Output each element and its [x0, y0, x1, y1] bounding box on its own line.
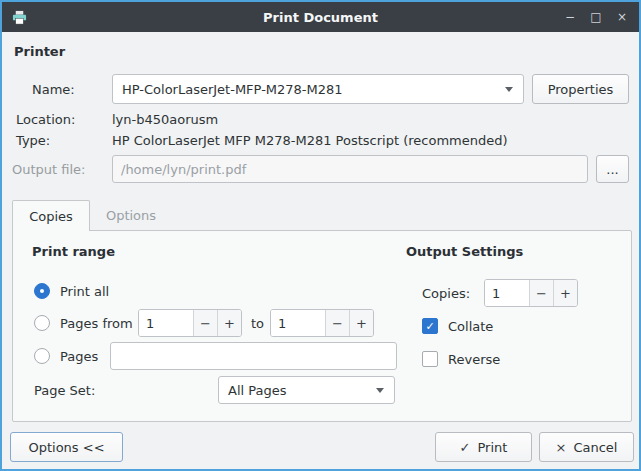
window-title: Print Document — [2, 10, 639, 25]
maximize-icon[interactable]: □ — [583, 5, 609, 29]
pages-from-radio[interactable] — [34, 315, 50, 331]
tab-options[interactable]: Options — [92, 200, 170, 231]
location-value: lyn-b450aorusm — [112, 112, 218, 127]
location-label: Location: — [16, 112, 75, 127]
pages-to-value[interactable]: 1 — [271, 310, 325, 336]
name-label: Name: — [32, 82, 75, 97]
pages-from-label[interactable]: Pages from — [60, 316, 133, 331]
plus-icon[interactable]: + — [553, 280, 577, 306]
output-file-input[interactable]: /home/lyn/print.pdf — [112, 155, 588, 183]
copies-value[interactable]: 1 — [485, 280, 529, 306]
cancel-button[interactable]: × Cancel — [539, 432, 634, 462]
options-toggle-button[interactable]: Options << — [10, 432, 123, 462]
copies-label: Copies: — [422, 286, 470, 301]
print-all-radio[interactable] — [34, 283, 50, 299]
print-all-label[interactable]: Print all — [60, 284, 109, 299]
minimize-icon[interactable]: − — [557, 5, 583, 29]
pages-input[interactable] — [110, 342, 397, 370]
close-icon[interactable]: × — [609, 5, 635, 29]
printer-icon — [10, 8, 28, 26]
plus-icon[interactable]: + — [349, 310, 373, 336]
output-file-label: Output file: — [12, 162, 85, 177]
print-dialog-window: Print Document − □ × Printer Name: HP-Co… — [0, 0, 641, 471]
output-settings-heading: Output Settings — [406, 244, 523, 259]
close-icon: × — [556, 440, 567, 455]
pages-from-value[interactable]: 1 — [139, 310, 193, 336]
print-button[interactable]: ✓ Print — [435, 432, 532, 462]
pages-to-stepper[interactable]: 1 − + — [270, 309, 374, 337]
page-set-label: Page Set: — [34, 383, 95, 398]
browse-button[interactable]: ... — [596, 155, 629, 183]
printer-name-value: HP-ColorLaserJet-MFP-M278-M281 — [122, 82, 343, 97]
reverse-label[interactable]: Reverse — [448, 352, 500, 367]
chevron-down-icon — [376, 388, 384, 393]
pages-from-stepper[interactable]: 1 − + — [138, 309, 242, 337]
pages-label[interactable]: Pages — [60, 349, 98, 364]
minus-icon[interactable]: − — [193, 310, 217, 336]
type-value: HP ColorLaserJet MFP M278-M281 Postscrip… — [112, 133, 508, 148]
reverse-checkbox[interactable] — [422, 351, 438, 367]
plus-icon[interactable]: + — [217, 310, 241, 336]
page-set-value: All Pages — [228, 383, 287, 398]
print-range-heading: Print range — [32, 244, 115, 259]
minus-icon[interactable]: − — [529, 280, 553, 306]
pages-radio[interactable] — [34, 348, 50, 364]
tab-copies[interactable]: Copies — [12, 200, 90, 231]
printer-name-select[interactable]: HP-ColorLaserJet-MFP-M278-M281 — [112, 74, 524, 104]
printer-heading: Printer — [14, 44, 65, 59]
check-icon: ✓ — [425, 320, 434, 333]
minus-icon[interactable]: − — [325, 310, 349, 336]
chevron-down-icon — [505, 87, 513, 92]
check-icon: ✓ — [460, 440, 471, 455]
collate-checkbox[interactable]: ✓ — [422, 318, 438, 334]
copies-stepper[interactable]: 1 − + — [484, 279, 578, 307]
collate-label[interactable]: Collate — [448, 319, 493, 334]
page-set-select[interactable]: All Pages — [218, 376, 395, 404]
properties-button[interactable]: Properties — [532, 74, 629, 104]
to-label: to — [251, 316, 264, 331]
type-label: Type: — [16, 133, 50, 148]
titlebar[interactable]: Print Document − □ × — [2, 2, 639, 32]
